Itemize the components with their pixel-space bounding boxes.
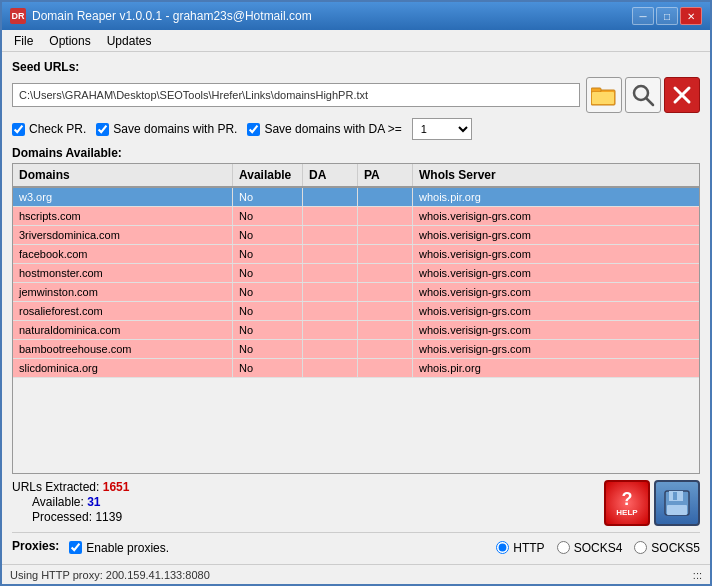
svg-rect-9 <box>673 492 677 500</box>
menu-file[interactable]: File <box>6 32 41 50</box>
enable-proxies-label[interactable]: Enable proxies. <box>69 541 169 555</box>
available-cell: No <box>233 359 303 377</box>
urls-extracted-value: 1651 <box>103 480 130 494</box>
http-label: HTTP <box>513 541 544 555</box>
urls-extracted-stat: URLs Extracted: 1651 <box>12 480 129 494</box>
folder-icon <box>591 84 617 106</box>
da-cell <box>303 302 358 320</box>
check-pr-checkbox[interactable] <box>12 123 25 136</box>
title-bar: DR Domain Reaper v1.0.0.1 - graham23s@Ho… <box>2 2 710 30</box>
whois-cell: whois.verisign-grs.com <box>413 321 699 339</box>
whois-cell: whois.verisign-grs.com <box>413 264 699 282</box>
enable-proxies-checkbox[interactable] <box>69 541 82 554</box>
pa-cell <box>358 321 413 339</box>
check-pr-label: Check PR. <box>29 122 86 136</box>
help-button[interactable]: ? HELP <box>604 480 650 526</box>
domain-cell: w3.org <box>13 188 233 206</box>
table-row[interactable]: hscripts.comNowhois.verisign-grs.com <box>13 207 699 226</box>
action-buttons: ? HELP <box>604 480 700 526</box>
svg-rect-2 <box>592 92 614 104</box>
proxies-section: Proxies: Enable proxies. HTTP SOCKS4 SO <box>12 532 700 556</box>
whois-cell: whois.pir.org <box>413 359 699 377</box>
minimize-button[interactable]: ─ <box>632 7 654 25</box>
status-bar: Using HTTP proxy: 200.159.41.133:8080 ::… <box>2 564 710 584</box>
seed-url-input[interactable] <box>12 83 580 107</box>
svg-line-4 <box>646 98 653 105</box>
da-cell <box>303 359 358 377</box>
window-title: Domain Reaper v1.0.0.1 - graham23s@Hotma… <box>32 9 312 23</box>
menu-updates[interactable]: Updates <box>99 32 160 50</box>
pa-cell <box>358 340 413 358</box>
socks4-radio[interactable] <box>557 541 570 554</box>
available-cell: No <box>233 302 303 320</box>
close-button[interactable]: ✕ <box>680 7 702 25</box>
domains-section: Domains Available: Domains Available DA … <box>12 146 700 474</box>
table-row[interactable]: hostmonster.comNowhois.verisign-grs.com <box>13 264 699 283</box>
menu-options[interactable]: Options <box>41 32 98 50</box>
pa-cell <box>358 302 413 320</box>
processed-label: Processed: <box>32 510 92 524</box>
save-domains-pr-label: Save domains with PR. <box>113 122 237 136</box>
save-domains-pr-checkbox-label[interactable]: Save domains with PR. <box>96 122 237 136</box>
magnifier-icon <box>631 83 655 107</box>
delete-button[interactable] <box>664 77 700 113</box>
available-cell: No <box>233 283 303 301</box>
urls-extracted-label: URLs Extracted: <box>12 480 99 494</box>
save-domains-pr-checkbox[interactable] <box>96 123 109 136</box>
table-row[interactable]: w3.orgNowhois.pir.org <box>13 188 699 207</box>
socks5-radio-label[interactable]: SOCKS5 <box>634 541 700 555</box>
available-cell: No <box>233 226 303 244</box>
table-row[interactable]: naturaldominica.comNowhois.verisign-grs.… <box>13 321 699 340</box>
available-label: Available: <box>32 495 84 509</box>
browse-folder-button[interactable] <box>586 77 622 113</box>
whois-cell: whois.verisign-grs.com <box>413 207 699 225</box>
table-row[interactable]: jemwinston.comNowhois.verisign-grs.com <box>13 283 699 302</box>
whois-cell: whois.verisign-grs.com <box>413 226 699 244</box>
save-domains-da-checkbox[interactable] <box>247 123 260 136</box>
svg-rect-10 <box>667 505 687 515</box>
http-radio[interactable] <box>496 541 509 554</box>
save-domains-da-checkbox-label[interactable]: Save domains with DA >= <box>247 122 401 136</box>
http-radio-label[interactable]: HTTP <box>496 541 544 555</box>
processed-stat: Processed: 1139 <box>12 510 129 524</box>
available-cell: No <box>233 321 303 339</box>
maximize-button[interactable]: □ <box>656 7 678 25</box>
available-value: 31 <box>87 495 100 509</box>
floppy-disk-icon <box>663 489 691 517</box>
table-row[interactable]: facebook.comNowhois.verisign-grs.com <box>13 245 699 264</box>
main-window: DR Domain Reaper v1.0.0.1 - graham23s@Ho… <box>0 0 712 586</box>
proxies-left: Proxies: Enable proxies. <box>12 539 169 556</box>
processed-value: 1139 <box>95 510 122 524</box>
domain-cell: facebook.com <box>13 245 233 263</box>
table-row[interactable]: rosalieforest.comNowhois.verisign-grs.co… <box>13 302 699 321</box>
available-cell: No <box>233 245 303 263</box>
help-label: HELP <box>616 508 637 517</box>
domain-cell: jemwinston.com <box>13 283 233 301</box>
search-button[interactable] <box>625 77 661 113</box>
save-button[interactable] <box>654 480 700 526</box>
socks4-label: SOCKS4 <box>574 541 623 555</box>
table-body[interactable]: w3.orgNowhois.pir.orghscripts.comNowhois… <box>13 188 699 473</box>
pa-cell <box>358 283 413 301</box>
socks5-radio[interactable] <box>634 541 647 554</box>
table-row[interactable]: bambootreehouse.comNowhois.verisign-grs.… <box>13 340 699 359</box>
socks4-radio-label[interactable]: SOCKS4 <box>557 541 623 555</box>
check-pr-checkbox-label[interactable]: Check PR. <box>12 122 86 136</box>
domain-cell: naturaldominica.com <box>13 321 233 339</box>
app-icon: DR <box>10 8 26 24</box>
table-row[interactable]: 3riversdominica.comNowhois.verisign-grs.… <box>13 226 699 245</box>
proxies-right: HTTP SOCKS4 SOCKS5 <box>496 541 700 555</box>
svg-rect-1 <box>591 88 601 92</box>
window-controls: ─ □ ✕ <box>632 7 702 25</box>
whois-cell: whois.verisign-grs.com <box>413 340 699 358</box>
available-cell: No <box>233 188 303 206</box>
whois-cell: whois.verisign-grs.com <box>413 245 699 263</box>
table-row[interactable]: slicdominica.orgNowhois.pir.org <box>13 359 699 378</box>
domains-label: Domains Available: <box>12 146 700 160</box>
da-select[interactable]: 123451020304050 <box>412 118 472 140</box>
available-cell: No <box>233 207 303 225</box>
domain-cell: rosalieforest.com <box>13 302 233 320</box>
col-domains: Domains <box>13 164 233 186</box>
pa-cell <box>358 226 413 244</box>
save-domains-da-label: Save domains with DA >= <box>264 122 401 136</box>
